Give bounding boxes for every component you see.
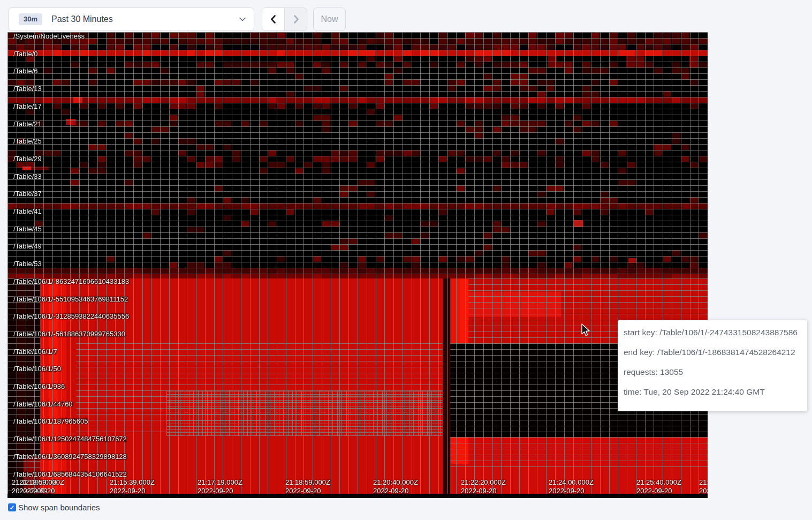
time-window-badge: 30m <box>19 13 42 25</box>
span-tooltip: start key: /Table/106/1/-247433150824388… <box>618 320 807 411</box>
mouse-cursor-icon <box>580 323 591 340</box>
key-visualizer: /System/NodeLiveness/Table/0/Table/6/Tab… <box>7 32 708 498</box>
show-span-boundaries-checkbox[interactable]: ✓ <box>8 503 16 511</box>
chevron-left-icon <box>269 14 278 24</box>
next-time-button[interactable] <box>285 8 307 31</box>
chevron-down-icon <box>239 16 246 23</box>
chevron-right-icon <box>292 14 300 24</box>
show-span-boundaries-label: Show span boundaries <box>18 503 100 512</box>
time-window-label: Past 30 Minutes <box>51 14 239 24</box>
tooltip-time: time: Tue, 20 Sep 2022 21:24:40 GMT <box>624 387 802 396</box>
now-button[interactable]: Now <box>313 7 346 31</box>
time-window-dropdown[interactable]: 30m Past 30 Minutes <box>8 7 254 31</box>
tooltip-requests: requests: 13055 <box>624 367 802 376</box>
checkmark-icon: ✓ <box>9 504 14 511</box>
toolbar: 30m Past 30 Minutes Now <box>0 0 812 32</box>
key-visualizer-canvas[interactable] <box>7 32 708 498</box>
footer: ✓ Show span boundaries <box>8 503 100 512</box>
tooltip-start-key: start key: /Table/106/1/-247433150824388… <box>624 328 802 337</box>
time-nav-group <box>262 7 307 31</box>
tooltip-end-key: end key: /Table/106/1/-18683814745282642… <box>624 348 802 357</box>
prev-time-button[interactable] <box>262 8 285 31</box>
